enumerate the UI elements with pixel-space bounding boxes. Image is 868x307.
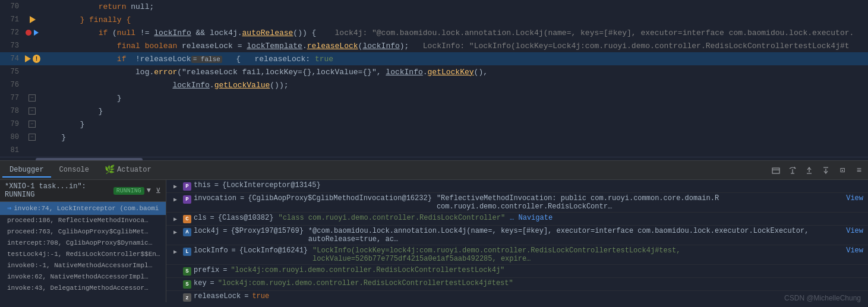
stack-label: intercept:708, CglibAopProxy$Dynamic… (7, 239, 152, 246)
var-value: "lock4j:com.ruoyi.demo.controller.RedisL… (231, 266, 504, 274)
thread-name: *XNIO-1 task...in": RUNNING (5, 182, 111, 199)
var-extra: *@com.baomidou.lock.annotation.Lock4j(na… (308, 227, 841, 243)
var-type-icon: Z (183, 293, 191, 302)
var-key[interactable]: ▶ S key = "lock4j:com.ruoyi.demo.control… (166, 278, 868, 291)
stack-frame-3[interactable]: intercept:708, CglibAopProxy$Dynamic… (0, 238, 166, 249)
info-bubble-icon: ! (33, 55, 40, 63)
var-name: releaseLock (194, 292, 241, 300)
scrollbar-thumb[interactable] (36, 158, 143, 160)
gutter-fold[interactable]: − (24, 134, 40, 141)
view-link[interactable]: View (846, 194, 863, 202)
code-scrollbar[interactable] (0, 157, 868, 160)
var-name: invocation (194, 194, 236, 202)
stack-frame-1[interactable]: proceed:186, ReflectiveMethodInvoca… (0, 215, 166, 226)
stack-frame-7[interactable]: invoke:43, DelegatingMethodAccessor… (0, 283, 166, 294)
code-line-80: 80 − } (0, 131, 868, 144)
gutter-fold[interactable]: − (24, 94, 40, 102)
toolbar-btn-grid[interactable]: ⊡ (836, 164, 849, 177)
line-number: 74 (0, 55, 24, 63)
fold-icon[interactable]: − (29, 121, 36, 128)
navigate-link[interactable]: … Navigate (510, 214, 553, 222)
var-lock4j[interactable]: ▶ A lock4j = {$Proxy197@15769} *@com.bao… (166, 226, 868, 245)
stack-label: invoke:43, DelegatingMethodAccessor… (7, 284, 149, 292)
toolbar-icons: ⊡ ≡ (769, 164, 866, 177)
code-content: if (null != lockInfo && lock4j.autoRelea… (40, 29, 868, 37)
stack-frame-4[interactable]: testLock4j:-1, RedisLockController$$En… (0, 249, 166, 260)
tab-debugger[interactable]: Debugger (2, 163, 51, 178)
view-link[interactable]: View (846, 246, 863, 255)
code-line-71: 71 } finally { (0, 13, 868, 26)
variable-list: ▶ P this = {LockInterceptor@13145} ▶ P i… (166, 180, 868, 302)
var-name: this (194, 181, 211, 189)
stack-label: invoke:74, LockInterceptor (com.baomi (14, 205, 159, 212)
stack-frame-2[interactable]: proceed:763, CglibAopProxy$CglibMet… (0, 226, 166, 238)
var-equals: = (232, 246, 236, 255)
stack-frame-6[interactable]: invoke:62, NativeMethodAccessorImpl… (0, 271, 166, 283)
var-value: {LockInterceptor@13145} (222, 181, 321, 189)
tab-console-label: Console (59, 166, 89, 174)
code-content: return null; (40, 2, 868, 11)
var-equals: = (240, 194, 244, 202)
var-type-icon: P (183, 195, 191, 204)
fold-icon[interactable]: − (29, 107, 36, 115)
stack-label: proceed:186, ReflectiveMethodInvoca… (7, 217, 149, 224)
gutter-fold[interactable]: − (24, 107, 40, 115)
code-line-73: 73 final boolean releaseLock = lockTempl… (0, 39, 868, 52)
expand-icon[interactable]: ▶ (173, 216, 181, 223)
var-type-icon: L (183, 248, 191, 256)
toolbar-btn-menu[interactable]: ≡ (853, 164, 866, 177)
line-number: 78 (0, 107, 24, 115)
tab-console[interactable]: Console (52, 163, 96, 178)
var-prefix[interactable]: ▶ S prefix = "lock4j:com.ruoyi.demo.cont… (166, 265, 868, 278)
toolbar-btn-up[interactable] (803, 164, 816, 177)
view-link[interactable]: View (846, 227, 863, 235)
code-content: } (40, 107, 868, 116)
toolbar-btn-down[interactable] (786, 164, 799, 177)
var-type-icon: S (183, 280, 191, 289)
var-releaselock[interactable]: ▶ Z releaseLock = true (166, 291, 868, 302)
code-content: log.error("releaseLock fail,lockKey={},l… (40, 68, 868, 77)
watermark: CSDN @MichelleChung (784, 294, 861, 302)
gutter-info: ! (24, 55, 40, 63)
fold-icon[interactable]: − (29, 94, 36, 102)
code-editor: 70 return null; 71 } finally { 72 if (nu… (0, 0, 868, 160)
var-name: cls (194, 214, 207, 222)
expand-icon[interactable]: ▶ (173, 196, 181, 203)
var-this[interactable]: ▶ P this = {LockInterceptor@13145} (166, 180, 868, 193)
var-value: {CglibAopProxy$CglibMethodInvocation@162… (248, 194, 432, 202)
step-out-icon (822, 166, 830, 175)
filter-icon[interactable]: ▼ (147, 186, 151, 195)
debugger-panel: Debugger Console 🌿 Actuator ⊡ ≡ (0, 160, 868, 302)
stack-frame-5[interactable]: invoke0:-1, NativeMethodAccessorImpl… (0, 260, 166, 271)
thread-running-badge: RUNNING (113, 187, 144, 195)
svg-rect-0 (772, 168, 779, 173)
code-line-75: 75 log.error("releaseLock fail,lockKey={… (0, 65, 868, 78)
code-line-81: 81 (0, 144, 868, 157)
var-value: {$Proxy197@15769} (231, 227, 303, 235)
arrow-yellow-icon (30, 16, 36, 23)
arrow-yellow-icon (25, 55, 31, 62)
step-over-icon (788, 166, 797, 175)
var-name: lock4j (194, 227, 219, 235)
variables-panel: ▶ P this = {LockInterceptor@13145} ▶ P i… (166, 180, 868, 302)
var-lockinfo[interactable]: ▶ L lockInfo = {LockInfo@16241} "LockInf… (166, 245, 868, 265)
toolbar-btn-restore[interactable] (769, 164, 782, 177)
var-equals: = (214, 181, 219, 189)
tab-actuator[interactable]: 🌿 Actuator (97, 162, 159, 178)
var-extra: "ReflectiveMethodInvocation: public com.… (437, 194, 841, 211)
expand-icon[interactable]: ▶ (173, 229, 181, 236)
expand-icon[interactable]: ▶ (173, 248, 181, 255)
var-invocation[interactable]: ▶ P invocation = {CglibAopProxy$CglibMet… (166, 193, 868, 213)
toolbar-btn-resume[interactable] (819, 164, 832, 177)
restore-icon (772, 166, 780, 175)
stack-label: invoke0:-1, NativeMethodAccessorImpl… (7, 262, 152, 269)
var-type-icon: C (183, 215, 191, 223)
code-content: lockInfo.getLockValue()); (40, 81, 868, 90)
expand-icon[interactable]: ▶ (173, 183, 181, 190)
fold-icon[interactable]: − (29, 134, 36, 141)
gutter-fold[interactable]: − (24, 121, 40, 128)
stack-frame-0[interactable]: ⇒ invoke:74, LockInterceptor (com.baomi (0, 202, 166, 215)
thread-header: *XNIO-1 task...in": RUNNING RUNNING ▼ ⊻ (0, 180, 166, 202)
filter-arrow-icon[interactable]: ⊻ (156, 186, 161, 195)
var-cls[interactable]: ▶ C cls = {Class@10382} "class com.ruoyi… (166, 213, 868, 226)
